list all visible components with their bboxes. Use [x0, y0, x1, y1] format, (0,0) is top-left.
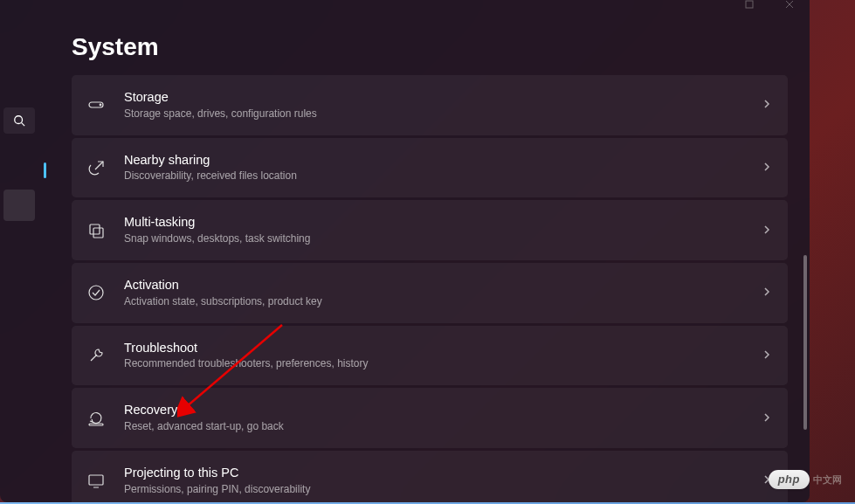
item-projecting[interactable]: Projecting to this PC Permissions, pairi… [72, 451, 788, 502]
scrollbar-thumb[interactable] [803, 255, 807, 430]
page-title: System [72, 33, 788, 61]
wrench-icon [87, 347, 105, 364]
chevron-right-icon [762, 411, 772, 426]
item-text: Recovery Reset, advanced start-up, go ba… [124, 402, 762, 434]
chevron-right-icon [762, 223, 772, 238]
item-title: Projecting to this PC [124, 465, 762, 481]
item-desc: Storage space, drives, configuration rul… [124, 107, 762, 121]
item-troubleshoot[interactable]: Troubleshoot Recommended troubleshooters… [72, 326, 788, 386]
close-button[interactable] [769, 0, 810, 12]
sidebar-item[interactable] [3, 156, 35, 188]
svg-rect-4 [90, 224, 100, 234]
titlebar-controls [729, 0, 810, 12]
item-recovery[interactable]: Recovery Reset, advanced start-up, go ba… [72, 388, 788, 448]
svg-point-6 [89, 286, 103, 300]
item-text: Nearby sharing Discoverability, received… [124, 152, 762, 184]
chevron-right-icon [762, 285, 772, 300]
share-icon [87, 159, 105, 176]
item-activation[interactable]: Activation Activation state, subscriptio… [72, 263, 788, 323]
settings-window: System Storage Storage space, drives, co… [0, 0, 810, 502]
content-area: System Storage Storage space, drives, co… [38, 0, 810, 502]
item-text: Activation Activation state, subscriptio… [124, 277, 762, 309]
storage-icon [87, 96, 105, 114]
item-desc: Activation state, subscriptions, product… [124, 294, 762, 309]
search-icon [13, 114, 25, 127]
svg-point-1 [15, 116, 23, 124]
settings-list: Storage Storage space, drives, configura… [72, 75, 788, 502]
nav-indicator [44, 162, 46, 178]
item-text: Projecting to this PC Permissions, pairi… [124, 465, 762, 497]
multitask-icon [87, 222, 105, 239]
item-title: Troubleshoot [124, 340, 762, 356]
svg-point-3 [100, 105, 101, 107]
item-title: Nearby sharing [124, 152, 762, 169]
watermark: php中文网 [769, 471, 842, 487]
sidebar-item-system[interactable] [3, 190, 35, 221]
recovery-icon [87, 410, 105, 427]
chevron-right-icon [762, 348, 772, 363]
sidebar [0, 0, 38, 502]
item-title: Activation [124, 277, 762, 293]
projecting-icon [87, 472, 105, 489]
chevron-right-icon [762, 97, 772, 113]
watermark-suffix: 中文网 [813, 474, 842, 485]
item-title: Storage [124, 89, 762, 106]
item-text: Storage Storage space, drives, configura… [124, 89, 762, 121]
watermark-brand: php [778, 473, 800, 486]
item-text: Troubleshoot Recommended troubleshooters… [124, 340, 762, 372]
maximize-button[interactable] [729, 0, 769, 12]
item-desc: Discoverability, received files location [124, 169, 762, 183]
item-text: Multi-tasking Snap windows, desktops, ta… [124, 214, 762, 246]
item-desc: Snap windows, desktops, task switching [124, 231, 762, 246]
item-title: Recovery [124, 402, 762, 418]
scrollbar[interactable] [803, 70, 807, 445]
svg-rect-5 [93, 228, 103, 238]
chevron-right-icon [762, 160, 772, 176]
item-desc: Reset, advanced start-up, go back [124, 419, 762, 434]
check-circle-icon [87, 284, 105, 301]
item-desc: Permissions, pairing PIN, discoverabilit… [124, 482, 762, 497]
item-multi-tasking[interactable]: Multi-tasking Snap windows, desktops, ta… [72, 200, 788, 260]
item-nearby-sharing[interactable]: Nearby sharing Discoverability, received… [72, 138, 788, 198]
svg-rect-0 [746, 1, 753, 8]
svg-rect-8 [89, 475, 103, 485]
svg-rect-7 [89, 424, 103, 425]
item-storage[interactable]: Storage Storage space, drives, configura… [72, 75, 788, 135]
search-button[interactable] [3, 107, 35, 134]
item-title: Multi-tasking [124, 214, 762, 231]
item-desc: Recommended troubleshooters, preferences… [124, 356, 762, 371]
